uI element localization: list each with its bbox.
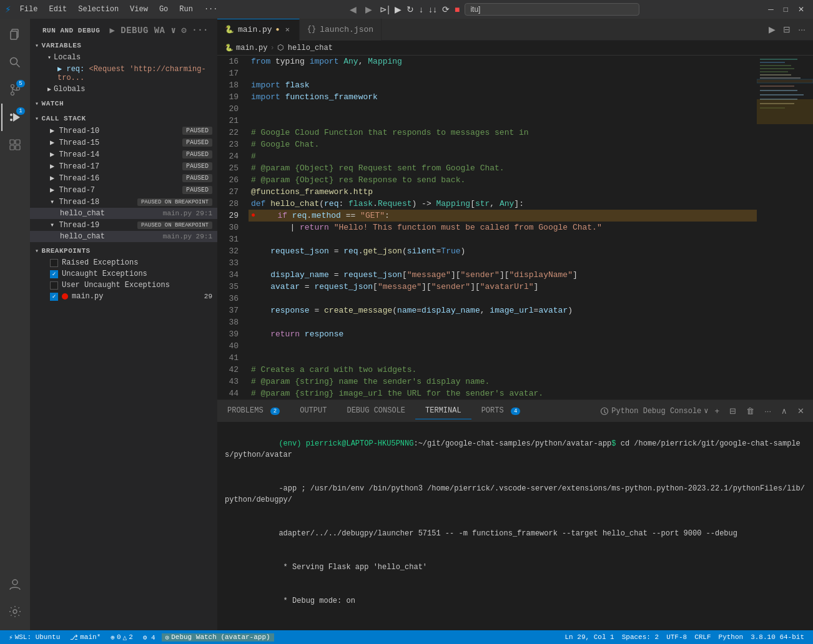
terminal-kill-button[interactable]: 🗑 [742,405,758,417]
thread-16[interactable]: ▶ Thread-16 PAUSED [30,172,217,184]
panel-close-button[interactable]: ✕ [794,405,808,417]
git-branch-item[interactable]: ⎇ main* [66,633,104,642]
settings-activity-icon[interactable] [1,598,29,625]
uncaught-exceptions-checkbox[interactable]: ✓ [50,270,58,278]
debug-refresh-button[interactable]: ↻ [405,3,415,16]
terminal-content[interactable]: (env) pierrick@LAPTOP-HKU5PNNG:~/git/goo… [217,422,813,630]
svg-rect-23 [760,74,791,76]
account-activity-icon[interactable] [1,570,29,598]
errors-warnings-item[interactable]: ⊕ 0 △ 2 [107,633,136,642]
req-variable[interactable]: ▶ req: <Request 'http://charming-tro... [30,63,217,84]
panel-tab-debug-console[interactable]: DEBUG CONSOLE [337,402,415,419]
breadcrumb-function[interactable]: ⬡ hello_chat [277,43,333,52]
line-numbers: 16 17 18 19 20 21 22 23 24 25 26 27 28 2… [217,56,249,399]
menu-view[interactable]: View [125,3,153,16]
debug-continue-button[interactable]: ▶ [393,3,403,16]
explorer-activity-icon[interactable] [1,21,29,49]
user-uncaught-exceptions-checkbox[interactable] [50,281,58,290]
extension-status-item[interactable]: ⚙ 4 [139,633,159,642]
debug-watch-item[interactable]: ⊙ Debug Watch (avatar-app) [162,633,274,642]
debug-step-into-button[interactable]: ↓↓ [427,3,438,16]
raised-exceptions-bp[interactable]: Raised Exceptions [30,257,217,268]
tab-main-py[interactable]: 🐍 main.py ● ✕ [217,19,300,41]
uncaught-exceptions-bp[interactable]: ✓ Uncaught Exceptions [30,268,217,280]
maximize-button[interactable]: □ [780,4,792,15]
code-line-26: # @param {Object} res Response to send b… [249,174,757,186]
globals-chevron: ▶ [47,85,51,93]
encoding-item[interactable]: UTF-8 [663,633,691,641]
panel-tab-terminal[interactable]: TERMINAL [415,402,471,419]
breadcrumb-py-icon: 🐍 [225,44,234,52]
call-stack-section-header[interactable]: ▾ CALL STACK [30,112,217,125]
minimize-button[interactable]: ─ [764,4,777,15]
menu-edit[interactable]: Edit [44,3,72,16]
thread-10[interactable]: ▶ Thread-10 PAUSED [30,125,217,137]
menu-run[interactable]: Run [174,3,198,16]
python-version-item[interactable]: 3.8.10 64-bit [747,633,808,641]
menu-selection[interactable]: Selection [73,3,124,16]
debug-activity-icon[interactable]: 1 [1,104,29,131]
search-input[interactable] [465,3,639,16]
debug-play-button[interactable]: ⊳| [378,3,391,16]
terminal-split-button[interactable]: ⊟ [726,405,740,417]
watch-section-header[interactable]: ▾ WATCH [30,97,217,110]
variables-section-header[interactable]: ▾ VARIABLES [30,39,217,52]
forward-button[interactable]: ▶ [363,3,375,16]
svg-rect-33 [757,99,813,124]
globals-tree-item[interactable]: ▶ Globals [30,84,217,95]
thread-18[interactable]: ▾ Thread-18 PAUSED ON BREAKPOINT [30,196,217,208]
debug-step-over-button[interactable]: ↓ [418,3,425,16]
main-py-bp[interactable]: ✓ main.py 29 [30,291,217,302]
cursor-position-item[interactable]: Ln 29, Col 1 [561,633,618,641]
remote-status-item[interactable]: ⚡ WSL: Ubuntu [5,633,64,642]
line-endings-item[interactable]: CRLF [691,633,714,641]
debug-settings-icon[interactable]: ⚙ [180,24,188,37]
tab-close-main-py[interactable]: ✕ [283,24,292,35]
user-uncaught-exceptions-bp[interactable]: User Uncaught Exceptions [30,280,217,291]
menu-go[interactable]: Go [154,3,173,16]
code-line-24: # [249,150,757,162]
code-line-22: # Google Cloud Function that responds to… [249,127,757,139]
back-button[interactable]: ◀ [347,3,359,16]
panel-tab-problems[interactable]: PROBLEMS 2 [217,402,290,419]
indent-item[interactable]: Spaces: 2 [618,633,663,641]
debug-more-icon[interactable]: ··· [190,24,210,37]
debug-stop-button[interactable]: ■ [453,3,461,16]
panel-tab-output[interactable]: OUTPUT [290,402,337,419]
debug-restart-button[interactable]: ⟳ [441,3,451,16]
more-actions-button[interactable]: ··· [796,23,808,36]
python-version-label: 3.8.10 64-bit [751,633,804,641]
remote-label: WSL: Ubuntu [15,633,61,641]
close-button[interactable]: ✕ [794,4,808,15]
thread-7[interactable]: ▶ Thread-7 PAUSED [30,184,217,196]
tab-py-icon: 🐍 [225,25,234,34]
thread-14[interactable]: ▶ Thread-14 PAUSED [30,149,217,160]
thread-15[interactable]: ▶ Thread-15 PAUSED [30,137,217,149]
terminal-add-button[interactable]: + [711,405,724,417]
thread-10-status: PAUSED [182,127,212,135]
panel-maximize-button[interactable]: ∧ [777,405,791,417]
thread-19[interactable]: ▾ Thread-19 PAUSED ON BREAKPOINT [30,219,217,231]
run-debug-button[interactable]: ▶ [766,23,778,36]
watch-chevron: ▾ [35,100,39,107]
source-control-activity-icon[interactable]: 5 [1,76,29,104]
raised-exceptions-checkbox[interactable] [50,259,58,267]
breadcrumb-file[interactable]: main.py [236,44,267,52]
thread-17[interactable]: ▶ Thread-17 PAUSED [30,160,217,172]
breakpoints-section-header[interactable]: ▾ BREAKPOINTS [30,245,217,257]
locals-tree-item[interactable]: ▾ Locals [30,52,217,63]
main-py-checkbox[interactable]: ✓ [50,293,58,301]
stack-frame-hello-chat-18[interactable]: hello_chat main.py 29:1 [30,208,217,219]
panel-tab-ports[interactable]: PORTS 4 [471,402,531,419]
stack-frame-hello-chat-19[interactable]: hello_chat main.py 29:1 [30,231,217,242]
search-activity-icon[interactable] [1,49,29,76]
menu-more[interactable]: ··· [199,3,223,16]
code-content[interactable]: from typing import Any, Mapping import f… [249,56,757,399]
panel-selector[interactable]: Python Debug Console ∨ [600,406,708,416]
split-editor-button[interactable]: ⊟ [781,23,793,36]
extensions-activity-icon[interactable] [1,131,29,159]
language-item[interactable]: Python [715,633,747,641]
terminal-more-button[interactable]: ··· [761,405,775,417]
menu-file[interactable]: File [15,3,43,16]
tab-launch-json[interactable]: {} launch.json [300,19,382,41]
